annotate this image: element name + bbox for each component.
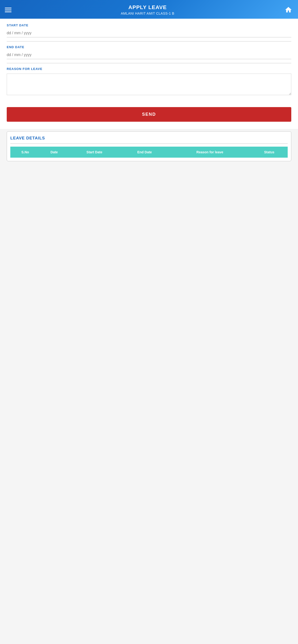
leave-table: S.NoDateStart DateEnd DateReason for lea…	[10, 146, 288, 158]
page-title: APPLY LEAVE	[12, 4, 284, 10]
leave-details-title: LEAVE DETAILS	[10, 136, 288, 141]
start-date-input[interactable]	[7, 29, 291, 38]
end-date-label: END DATE	[7, 45, 291, 49]
start-date-divider	[7, 41, 291, 42]
send-button[interactable]: SEND	[7, 107, 291, 122]
leave-details-section: LEAVE DETAILS S.NoDateStart DateEnd Date…	[7, 131, 291, 161]
end-date-group: END DATE	[7, 45, 291, 59]
reason-label: REASON FOR LEAVE	[7, 67, 291, 71]
start-date-group: START DATE	[7, 24, 291, 38]
leave-table-head: S.NoDateStart DateEnd DateReason for lea…	[11, 147, 288, 158]
app-header: APPLY LEAVE AMLANI HARIT AMIT CLASS-1 B	[0, 0, 298, 19]
table-header-cell: Status	[251, 147, 288, 158]
leave-table-header-row: S.NoDateStart DateEnd DateReason for lea…	[11, 147, 288, 158]
end-date-input[interactable]	[7, 51, 291, 59]
start-date-label: START DATE	[7, 24, 291, 27]
reason-group: REASON FOR LEAVE	[7, 67, 291, 96]
menu-icon[interactable]	[5, 8, 12, 12]
home-icon[interactable]	[284, 5, 293, 14]
header-title-block: APPLY LEAVE AMLANI HARIT AMIT CLASS-1 B	[12, 4, 284, 15]
table-header-cell: Date	[40, 147, 68, 158]
table-header-cell: Reason for leave	[169, 147, 251, 158]
table-header-cell: Start Date	[68, 147, 120, 158]
leave-details-divider	[10, 144, 288, 144]
table-header-cell: S.No	[11, 147, 40, 158]
table-header-cell: End Date	[120, 147, 169, 158]
apply-leave-form: START DATE END DATE REASON FOR LEAVE	[0, 19, 298, 105]
header-subtitle: AMLANI HARIT AMIT CLASS-1 B	[12, 12, 284, 15]
send-button-wrapper: SEND	[0, 105, 298, 129]
reason-textarea[interactable]	[7, 74, 291, 95]
end-date-divider	[7, 63, 291, 63]
